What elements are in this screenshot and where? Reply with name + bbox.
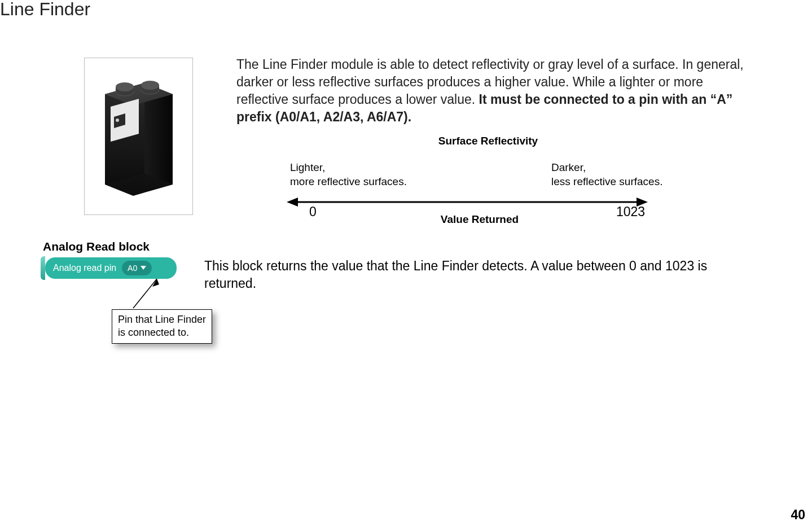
line-finder-module-image <box>84 58 193 215</box>
reflectivity-title: Surface Reflectivity <box>423 135 553 147</box>
analog-read-block: Analog read pin A0 <box>45 257 177 279</box>
value-returned-label: Value Returned <box>423 213 536 226</box>
block-label: Analog read pin <box>53 263 116 273</box>
pin-value: A0 <box>128 264 137 273</box>
axis-min-value: 0 <box>309 204 317 220</box>
axis-max-value: 1023 <box>616 204 645 220</box>
darker-line2: less reflective surfaces. <box>551 176 662 187</box>
pin-selector: A0 <box>122 261 152 275</box>
block-description: This block returns the value that the Li… <box>204 257 752 292</box>
page: Line Finder <box>0 0 812 526</box>
page-number: 40 <box>791 507 805 523</box>
pin-callout: Pin that Line Finder is connected to. <box>112 309 212 344</box>
callout-arrow-icon <box>129 279 163 312</box>
callout-line1: Pin that Line Finder <box>118 314 206 325</box>
svg-point-9 <box>141 81 159 90</box>
svg-marker-16 <box>141 266 146 270</box>
darker-line1: Darker, <box>551 161 586 173</box>
intro-paragraph: The Line Finder module is able to detect… <box>236 56 750 126</box>
svg-marker-14 <box>287 198 298 207</box>
analog-read-heading: Analog Read block <box>43 240 150 253</box>
svg-line-17 <box>133 279 157 308</box>
lighter-line1: Lighter, <box>290 161 325 173</box>
module-brick-icon <box>94 66 184 207</box>
callout-line2: is connected to. <box>118 327 189 338</box>
lighter-line2: more reflective surfaces. <box>290 176 407 187</box>
page-title: Line Finder <box>0 0 90 20</box>
svg-point-12 <box>116 119 119 122</box>
lighter-label: Lighter, more reflective surfaces. <box>290 161 407 189</box>
chevron-down-icon <box>141 266 146 270</box>
double-arrow-icon <box>287 196 648 208</box>
svg-point-6 <box>116 82 134 91</box>
block-left-edge <box>41 256 45 280</box>
darker-label: Darker, less reflective surfaces. <box>551 161 662 189</box>
